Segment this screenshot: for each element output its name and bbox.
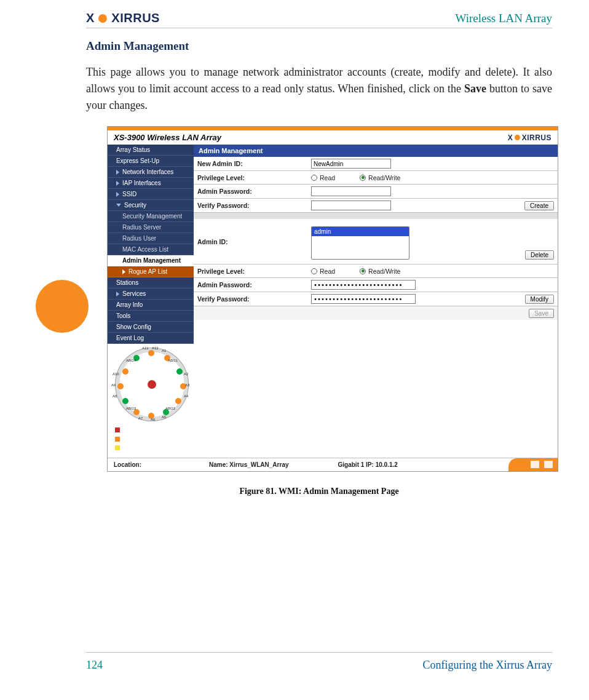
- led-icon: [122, 398, 128, 404]
- page-header-row: X XIRRUS Wireless LAN Array: [86, 11, 552, 28]
- help-icon[interactable]: [544, 461, 553, 468]
- delete-button[interactable]: Delete: [525, 250, 554, 260]
- ss-brand: XXIRRUS: [508, 133, 551, 142]
- nav-array-info[interactable]: Array Info: [108, 300, 194, 311]
- main-panel: Admin Management New Admin ID: Privilege…: [194, 145, 558, 458]
- panel-header: Admin Management: [194, 145, 558, 157]
- ss-status-bar: Location: Name: Xirrus_WLAN_Array Gigabi…: [108, 458, 558, 471]
- chevron-right-icon: [116, 192, 119, 197]
- nav-express-setup[interactable]: Express Set-Up: [108, 156, 194, 167]
- chevron-right-icon: [116, 170, 119, 175]
- nav-services[interactable]: Services: [108, 288, 194, 300]
- radio-read-edit[interactable]: Read: [311, 268, 335, 275]
- intro-paragraph: This page allows you to manage network a…: [86, 64, 552, 114]
- doc-title: Wireless LAN Array: [455, 12, 552, 25]
- nav-array-status[interactable]: Array Status: [108, 145, 194, 156]
- led-icon: [148, 350, 154, 356]
- warning-dot-icon: [115, 437, 120, 442]
- print-icon[interactable]: [531, 461, 539, 468]
- admin-id-list[interactable]: admin: [311, 226, 409, 260]
- row-new-admin-id: New Admin ID:: [194, 157, 558, 171]
- footer-orange-tab: [508, 458, 558, 471]
- screenshot: XS-3900 Wireless LAN Array XXIRRUS Array…: [107, 126, 558, 472]
- new-admin-id-input[interactable]: [311, 159, 391, 169]
- ss-title-bar: XS-3900 Wireless LAN Array XXIRRUS: [108, 130, 558, 145]
- row-pwd-edit: Admin Password:: [194, 278, 558, 292]
- sidebar-nav: Array Status Express Set-Up Network Inte…: [108, 145, 194, 458]
- nav-stations[interactable]: Stations: [108, 277, 194, 288]
- para-bold: Save: [464, 82, 486, 95]
- row-pwd-new: Admin Password:: [194, 185, 558, 199]
- section-heading: Admin Management: [86, 39, 552, 53]
- radio-readwrite-edit[interactable]: Read/Write: [360, 268, 400, 275]
- nav-security[interactable]: Security: [108, 200, 194, 211]
- create-button[interactable]: Create: [524, 201, 554, 210]
- ss-brand-name: XIRRUS: [522, 133, 551, 142]
- antenna-center-icon: [148, 380, 156, 389]
- page-footer: 124 Configuring the Xirrus Array: [86, 652, 552, 672]
- led-icon: [175, 398, 181, 404]
- nav-event-log[interactable]: Event Log: [108, 333, 194, 344]
- critical-dot-icon: [115, 428, 120, 432]
- nav-iap-interfaces[interactable]: IAP Interfaces: [108, 178, 194, 189]
- page-number: 124: [86, 659, 103, 672]
- verify-password-input[interactable]: [311, 201, 391, 210]
- footer-section: Configuring the Xirrus Array: [423, 659, 552, 672]
- nav-security-management[interactable]: Security Management: [108, 211, 194, 222]
- messages-summary: Critical Msgs:3 Warning Msgs:0 General M…: [111, 424, 194, 458]
- row-admin-id: Admin ID: admin Delete: [194, 219, 558, 264]
- chevron-right-icon: [116, 292, 119, 296]
- brand-dot-icon: [98, 14, 107, 23]
- nav-radius-user[interactable]: Radius User: [108, 233, 194, 244]
- radio-readwrite-new[interactable]: Read/Write: [360, 174, 400, 181]
- ss-product-name: XS-3900 Wireless LAN Array: [114, 133, 221, 142]
- brand-dot-icon: [515, 135, 520, 140]
- nav-mac-access-list[interactable]: MAC Access List: [108, 244, 194, 255]
- nav-network-interfaces[interactable]: Network Interfaces: [108, 167, 194, 178]
- nav-show-config[interactable]: Show Config: [108, 322, 194, 333]
- admin-option[interactable]: admin: [312, 227, 409, 236]
- led-icon: [122, 368, 128, 375]
- save-button[interactable]: Save: [529, 309, 554, 318]
- row-verify-new: Verify Password: Create: [194, 199, 558, 213]
- brand-name: XIRRUS: [111, 11, 160, 25]
- nav-ssid[interactable]: SSID: [108, 189, 194, 200]
- verify-password-edit-input[interactable]: [311, 294, 416, 304]
- figure-caption: Figure 81. WMI: Admin Management Page: [86, 487, 552, 496]
- modify-button[interactable]: Modify: [525, 295, 554, 304]
- nav-rogue-ap-list[interactable]: Rogue AP List: [108, 266, 194, 277]
- chevron-down-icon: [116, 204, 121, 207]
- row-verify-edit: Verify Password: Modify: [194, 292, 558, 306]
- margin-dot-icon: [36, 280, 89, 333]
- nav-tools[interactable]: Tools: [108, 311, 194, 322]
- admin-password-input[interactable]: [311, 186, 391, 196]
- nav-admin-management[interactable]: Admin Management: [108, 255, 194, 266]
- nav-radius-server[interactable]: Radius Server: [108, 222, 194, 233]
- antenna-diagram: A11 A12 A1 ABG4 ABG1 A10 A2 A9 A3 A8 A4 …: [108, 344, 194, 458]
- brand-logo: X XIRRUS: [86, 11, 160, 25]
- admin-password-edit-input[interactable]: [311, 280, 416, 290]
- led-icon: [176, 368, 183, 375]
- radio-read-new[interactable]: Read: [311, 174, 335, 181]
- general-dot-icon: [115, 445, 120, 450]
- row-save: Save: [194, 306, 558, 320]
- row-priv-new: Privilege Level: Read Read/Write: [194, 171, 558, 185]
- led-icon: [117, 383, 124, 389]
- footer-location-label: Location:: [108, 461, 148, 468]
- row-priv-edit: Privilege Level: Read Read/Write: [194, 264, 558, 278]
- chevron-right-icon: [116, 181, 119, 186]
- chevron-right-icon: [122, 269, 125, 274]
